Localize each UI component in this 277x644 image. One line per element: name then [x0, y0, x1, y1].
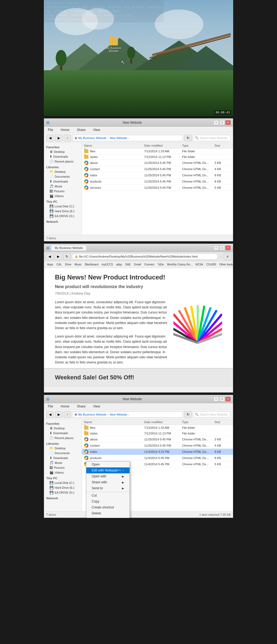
refresh-button-1[interactable]: ↻ [184, 134, 192, 141]
sidebar-libraries-header[interactable]: Libraries [44, 165, 82, 169]
bookmark-connect[interactable]: Connect [143, 262, 156, 267]
sidebar-item-recent-1[interactable]: 🕐Recent places [44, 159, 82, 164]
col-modified-3[interactable]: Date modified [144, 420, 182, 424]
sidebar-downloads-3[interactable]: ⬇Downloads [44, 456, 82, 460]
sidebar-network-header[interactable]: Network [44, 220, 82, 224]
up-button-1[interactable]: ↑ [64, 134, 71, 141]
file-row-services[interactable]: services 11/25/2014 5:45 PM Chrome HTML … [82, 185, 233, 191]
bookmark-myuccs[interactable]: myUCCS [100, 262, 114, 267]
menu-home-3[interactable]: Home [59, 404, 71, 409]
menu-view-1[interactable]: View [91, 127, 102, 132]
context-share-with[interactable]: Share with ▶ [86, 479, 130, 485]
bookmark-cs1450[interactable]: CS1450 [205, 262, 217, 267]
bookmark-aday[interactable]: aday [115, 262, 123, 267]
file-row-contact[interactable]: contact 11/25/2014 5:45 PM Chrome HTML D… [82, 166, 233, 172]
sidebar-downloads[interactable]: ⬇Downloads [44, 179, 82, 184]
sidebar-computer-header-3[interactable]: This PC [44, 476, 82, 480]
menu-share-3[interactable]: Share [75, 404, 87, 409]
sidebar-music[interactable]: 🎵Music [44, 184, 82, 189]
bookmark-other[interactable]: Other bookmarks [218, 262, 233, 267]
breadcrumb-mybusiness[interactable]: My Business Website [78, 136, 107, 140]
context-send-to[interactable]: Send to ▶ [86, 485, 130, 491]
browser-refresh-btn[interactable]: ↻ [63, 253, 71, 260]
sidebar-localc[interactable]: 💾Local Disk (C:) [44, 204, 82, 209]
menu-share-1[interactable]: Share [75, 127, 87, 132]
context-open-with[interactable]: Open with ▶ [86, 473, 130, 479]
bookmark-star-icon[interactable]: ☆ [219, 254, 223, 259]
file-row-products-3[interactable]: products 11/4/2014 5:45 PM Chrome HTML D… [82, 455, 233, 461]
browser-maximize-btn[interactable]: □ [219, 245, 225, 250]
menu-view-3[interactable]: View [91, 404, 102, 409]
menu-home-1[interactable]: Home [59, 127, 71, 132]
menu-file-3[interactable]: File [46, 404, 55, 409]
refresh-button-3[interactable]: ↻ [184, 411, 192, 418]
sidebar-documents-3[interactable]: 📄Documents [44, 451, 82, 456]
sidebar-item-downloads-1[interactable]: ⬇Downloads [44, 154, 82, 159]
browser-forward-btn[interactable]: ▶ [54, 253, 62, 260]
back-button-1[interactable]: ◀ [46, 134, 54, 141]
sidebar-favorites-header[interactable]: Favorites [44, 145, 82, 149]
maximize-button-3[interactable]: □ [219, 397, 225, 402]
sidebar-pictures-3[interactable]: 🖼Pictures [44, 465, 82, 470]
sidebar-network-header-3[interactable]: Network [44, 496, 82, 500]
file-row-files-3[interactable]: files 7/13/2014 1:33 AM File folder [82, 425, 233, 431]
bookmark-apps[interactable]: Apps [46, 262, 55, 267]
context-create-shortcut[interactable]: Create shortcut [86, 504, 130, 510]
bookmark-drive[interactable]: Drive [64, 262, 72, 267]
file-row-index[interactable]: index 11/25/2014 5:45 PM Chrome HTML Do.… [82, 172, 233, 178]
sidebar-item-downloads-3[interactable]: ⬇Downloads [44, 431, 82, 436]
menu-file-1[interactable]: File [46, 127, 55, 132]
browser-url-bar[interactable]: 🔒 file:///C:/Users/Andrew/Desktop/My%20B… [72, 253, 218, 260]
file-row-index-3[interactable]: index 11/4/2014 4:23 PM Chrome HTML Do..… [82, 449, 233, 455]
minimize-button-3[interactable]: ─ [213, 397, 219, 402]
sidebar-harddrive[interactable]: 💾Hard Drive (E:) [44, 209, 82, 214]
context-copy[interactable]: Copy [86, 498, 130, 504]
bookmark-blackboard[interactable]: Blackboard [84, 262, 100, 267]
context-cut[interactable]: Cut [86, 493, 130, 498]
sidebar-desktop-lib[interactable]: 📁Desktop [44, 169, 82, 174]
sidebar-eadrive-3[interactable]: 💾EA DRIVE (G:) [44, 490, 82, 495]
context-edit-notepad[interactable]: Edit with Notepad++ ↖ [86, 467, 130, 473]
minimize-button-1[interactable]: ─ [213, 120, 219, 125]
bookmark-ncsa[interactable]: NCSA [194, 262, 205, 267]
browser-tab[interactable]: My Business Website [51, 245, 87, 251]
sidebar-localc-3[interactable]: 💾Local Disk (C:) [44, 480, 82, 485]
col-type-1[interactable]: Type [182, 144, 215, 147]
sidebar-desktop-lib-3[interactable]: 📁Desktop [44, 446, 82, 451]
close-button-3[interactable]: ✕ [225, 397, 231, 402]
sidebar-item-desktop-1[interactable]: 🖥Desktop [44, 149, 82, 154]
bookmark-cal[interactable]: CAL [55, 262, 63, 267]
browser-close-btn[interactable]: ✕ [225, 245, 231, 250]
bookmark-music[interactable]: Music [73, 262, 83, 267]
sidebar-documents[interactable]: 📄Documents [44, 174, 82, 179]
sidebar-harddrive-3[interactable]: 💾Hard Drive (E:) [44, 485, 82, 490]
sidebar-favorites-header-3[interactable]: Favorites [44, 422, 82, 426]
file-row-about[interactable]: about 11/25/2014 5:45 PM Chrome HTML Do.… [82, 160, 233, 166]
file-row-styles[interactable]: styles 7/12/2014 11:13 PM File folder [82, 154, 233, 160]
context-rename[interactable]: Rename [86, 516, 130, 518]
sidebar-item-recent-3[interactable]: 🕐Recent places [44, 436, 82, 440]
search-box-1[interactable]: 🔍 Search New Website [193, 135, 231, 141]
folder-icon[interactable]: My BusinessWebsite [106, 38, 121, 53]
col-size-3[interactable]: Size [215, 420, 231, 424]
sidebar-videos-3[interactable]: 🎬Videos [44, 470, 82, 475]
address-bar-3[interactable]: 🖥 My Business Website › New Website › [72, 411, 183, 418]
address-bar-1[interactable]: 🖥 My Business Website › New Website › [72, 135, 183, 141]
browser-minimize-btn[interactable]: ─ [213, 245, 219, 250]
forward-button-3[interactable]: ▶ [55, 411, 62, 418]
browser-back-btn[interactable]: ◀ [46, 253, 53, 260]
breadcrumb-newwebsite-3[interactable]: New Website [110, 413, 127, 416]
bookmark-sae[interactable]: SAE [124, 262, 132, 267]
col-name-3[interactable]: Name [84, 420, 144, 424]
col-name-1[interactable]: Name [84, 144, 144, 147]
breadcrumb-mybusiness-3[interactable]: My Business Website [78, 413, 107, 416]
bookmark-colony[interactable]: Monthly Colony Re... [166, 262, 194, 267]
sidebar-pictures[interactable]: 🖼Pictures [44, 189, 82, 194]
col-modified-1[interactable]: Date modified [144, 144, 182, 147]
bookmark-todo[interactable]: ToDo [156, 262, 165, 267]
forward-button-1[interactable]: ▶ [55, 134, 62, 141]
up-button-3[interactable]: ↑ [64, 411, 71, 418]
maximize-button-1[interactable]: □ [219, 120, 225, 125]
bookmark-gmail[interactable]: Gmail [133, 262, 142, 267]
file-row-contact-3[interactable]: contact 11/25/2014 5:45 PM Chrome HTML D… [82, 443, 233, 449]
